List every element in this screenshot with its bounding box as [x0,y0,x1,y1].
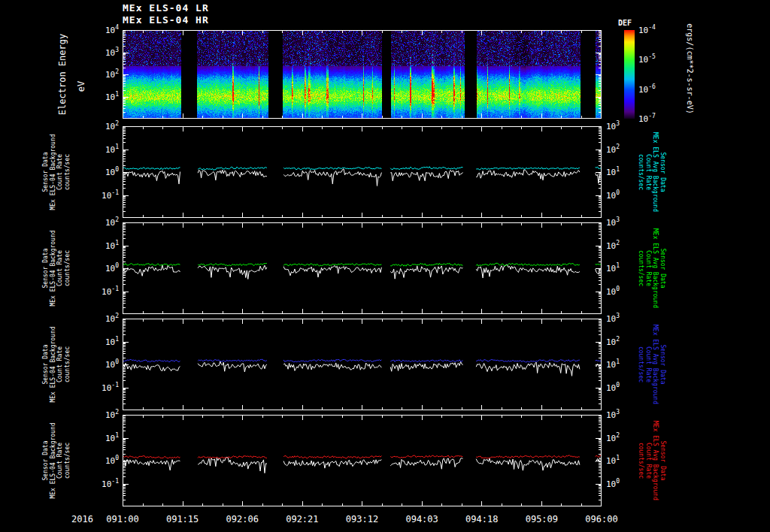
figure-title-hr: MEx ELS-04 HR [123,14,209,26]
axis-tick-label: 100 [606,286,651,298]
colorbar [624,30,635,119]
axis-tick-label: 100 [87,263,119,274]
x-axis-tick-label: 093:12 [338,514,387,524]
axis-tick-label: 102 [87,121,119,132]
spectrogram-y-axis-title: Electron Energy [57,18,69,131]
axis-tick-label: 101 [606,167,651,178]
count-rate-panel-1 [123,126,602,218]
axis-tick-label: 101 [87,92,119,103]
count-rate-panel-4 [123,415,602,506]
colorbar-units-label: ergs/(cm**2-s-sr-eV) [684,3,694,135]
axis-tick-label: 101 [87,433,119,444]
axis-tick-label: 103 [606,410,651,421]
panel-1-left-axis-label: Sensor Data MEx ELS-04 Background Count … [42,123,72,221]
electron-energy-spectrogram [123,30,602,119]
axis-tick-label: 102 [606,240,651,252]
panel-4-left-axis-label: Sensor Data MEx ELS-04 Background Count … [42,412,72,509]
colorbar-title: DEF [618,19,632,27]
x-axis-tick-label: 092:21 [278,514,326,524]
axis-tick-label: 10-1 [87,479,119,490]
axis-tick-label: 101 [87,144,119,156]
x-axis-tick-label: 094:03 [398,514,446,524]
x-axis-tick-label: 092:06 [218,514,266,524]
axis-tick-label: 100 [87,167,119,178]
axis-tick-label: 104 [87,25,119,36]
panel-2-left-axis-label: Sensor Data MEx ELS-04 Background Count … [42,219,72,317]
x-axis-tick-label: 091:00 [99,514,147,524]
x-axis-tick-label: 096:00 [578,514,626,524]
axis-tick-label: 10-1 [87,382,119,394]
axis-tick-label: 101 [87,240,119,252]
axis-tick-label: 103 [606,121,651,132]
axis-tick-label: 100 [606,190,651,201]
figure-title-lr: MEx ELS-04 LR [123,2,209,14]
axis-tick-label: 10-1 [87,286,119,298]
axis-tick-label: 103 [606,313,651,325]
axis-tick-label: 10-4 [638,25,671,36]
x-axis-tick-label: 095:09 [517,514,565,524]
panel-3-left-axis-label: Sensor Data MEx ELS-04 Background Count … [42,316,72,413]
axis-tick-label: 101 [606,263,651,274]
axis-tick-label: 102 [87,217,119,228]
axis-tick-label: 102 [87,410,119,421]
spectrogram-y-axis-units: eV [76,71,86,101]
axis-tick-label: 100 [87,455,119,467]
x-axis-tick-label: 094:18 [458,514,506,524]
count-rate-panel-3 [123,319,602,410]
axis-tick-label: 100 [606,479,651,490]
axis-tick-label: 102 [606,144,651,156]
axis-tick-label: 100 [606,382,651,394]
axis-tick-label: 102 [87,69,119,80]
x-axis-tick-label: 091:15 [159,514,207,524]
axis-tick-label: 103 [87,47,119,59]
axis-tick-label: 100 [87,359,119,370]
x-axis-year-label: 2016 [50,514,93,524]
axis-tick-label: 101 [606,455,651,467]
axis-tick-label: 101 [606,359,651,370]
axis-tick-label: 10-1 [87,190,119,201]
axis-tick-label: 102 [606,337,651,348]
axis-tick-label: 10-6 [638,84,671,95]
axis-tick-label: 102 [606,433,651,444]
count-rate-panel-2 [123,222,602,314]
axis-tick-label: 10-5 [638,54,671,65]
tplot-figure: MEx ELS-04 LR MEx ELS-04 HR Electron Ene… [0,0,770,532]
axis-tick-label: 103 [606,217,651,228]
axis-tick-label: 102 [87,313,119,325]
axis-tick-label: 101 [87,337,119,348]
